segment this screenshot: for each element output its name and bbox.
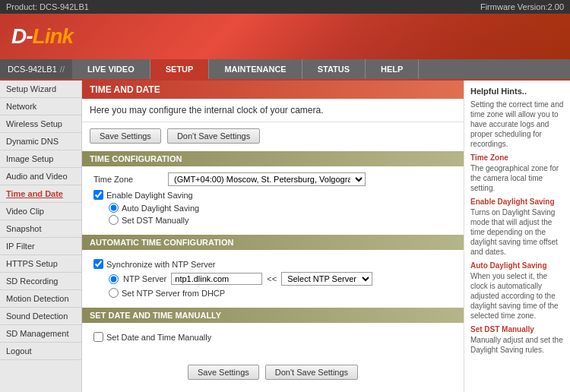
sync-ntp-checkbox[interactable]: [93, 259, 103, 269]
sidebar-item-time-date[interactable]: Time and Date: [0, 185, 81, 203]
auto-daylight-label: Auto Daylight Saving: [122, 204, 199, 213]
top-button-row: Save Settings Don't Save Settings: [82, 122, 464, 150]
ntp-server-radio[interactable]: [109, 274, 119, 284]
page-description: Here you may configure the internal cloc…: [82, 99, 464, 122]
auto-daylight-radio[interactable]: [109, 203, 119, 213]
sidebar-item-wireless-setup[interactable]: Wireless Setup: [0, 115, 81, 133]
sync-ntp-label: Synchronize with NTP Server: [106, 260, 215, 269]
enable-daylight-checkbox[interactable]: [93, 190, 103, 200]
ntp-separator: <<: [267, 274, 277, 283]
ntp-server-input[interactable]: [171, 273, 262, 285]
sidebar-item-sd-management[interactable]: SD Management: [0, 325, 81, 343]
help-auto-daylight-text: When you select it, the clock is automat…: [470, 271, 564, 321]
sidebar-item-dynamic-dns[interactable]: Dynamic DNS: [0, 133, 81, 150]
help-enable-daylight-title: Enable Daylight Saving: [470, 198, 564, 206]
tab-maintenance[interactable]: MAINTENANCE: [209, 59, 302, 79]
save-settings-top-button[interactable]: Save Settings: [90, 128, 161, 144]
page-title: TIME AND DATE: [82, 81, 464, 99]
sidebar-item-snapshot[interactable]: Snapshot: [0, 220, 81, 238]
tab-live-video[interactable]: LIVE VIDEO: [72, 59, 150, 79]
dont-save-settings-bottom-button[interactable]: Don't Save Settings: [265, 365, 358, 380]
tab-setup[interactable]: SETUP: [150, 59, 210, 79]
breadcrumb: DCS-942LB1 //: [0, 59, 72, 79]
sidebar-item-https-setup[interactable]: HTTPS Setup: [0, 255, 81, 273]
set-dst-manually-radio[interactable]: [109, 215, 119, 225]
ntp-server-label: NTP Server: [123, 274, 166, 283]
sidebar-item-motion-detection[interactable]: Motion Detection: [0, 290, 81, 308]
help-set-dst-title: Set DST Manually: [470, 325, 564, 334]
help-panel: Helpful Hints.. Setting the correct time…: [464, 81, 570, 392]
save-settings-bottom-button[interactable]: Save Settings: [188, 365, 259, 380]
sidebar-item-image-setup[interactable]: Image Setup: [0, 150, 81, 168]
logo: D-Link: [11, 24, 73, 49]
help-timezone-title: Time Zone: [470, 153, 564, 162]
enable-daylight-label: Enable Daylight Saving: [106, 191, 193, 200]
auto-time-header: AUTOMATIC TIME CONFIGURATION: [82, 235, 464, 250]
ntp-dhcp-radio[interactable]: [109, 288, 119, 298]
manual-time-header: SET DATE AND TIME MANUALLY: [82, 308, 464, 323]
help-auto-daylight-title: Auto Daylight Saving: [470, 261, 564, 270]
firmware-label: Firmware Version:2.00: [480, 2, 564, 11]
help-set-dst-text: Manually adjust and set the Daylight Sav…: [470, 335, 564, 355]
select-ntp-server-dropdown[interactable]: Select NTP Server: [281, 272, 372, 286]
sidebar-item-network[interactable]: Network: [0, 98, 81, 115]
set-manual-checkbox[interactable]: [93, 332, 103, 342]
sidebar-item-ip-filter[interactable]: IP Filter: [0, 238, 81, 255]
tab-status[interactable]: STATUS: [302, 59, 366, 79]
product-label: Product: DCS-942LB1: [6, 2, 89, 11]
set-manual-label: Set Date and Time Manually: [106, 333, 211, 342]
help-timezone-text: The geographical zone for the camera loc…: [470, 163, 564, 193]
ntp-dhcp-label: Set NTP Server from DHCP: [122, 289, 225, 298]
sidebar-item-sound-detection[interactable]: Sound Detection: [0, 308, 81, 325]
sidebar-item-audio-video[interactable]: Audio and Video: [0, 168, 81, 185]
sidebar: Setup Wizard Network Wireless Setup Dyna…: [0, 81, 82, 392]
sidebar-item-sd-recording[interactable]: SD Recording: [0, 273, 81, 290]
sidebar-item-setup-wizard[interactable]: Setup Wizard: [0, 81, 81, 98]
help-enable-daylight-text: Turns on Daylight Saving mode that will …: [470, 207, 564, 257]
timezone-label: Time Zone: [93, 175, 162, 184]
set-dst-manually-label: Set DST Manually: [122, 216, 188, 225]
content-area: TIME AND DATE Here you may configure the…: [82, 81, 464, 392]
timezone-select[interactable]: (GMT+04:00) Moscow, St. Petersburg, Volg…: [168, 172, 366, 186]
tab-help[interactable]: HELP: [366, 59, 419, 79]
help-intro-text: Setting the correct time and time zone w…: [470, 100, 564, 149]
sidebar-item-video-clip[interactable]: Video Clip: [0, 203, 81, 220]
dont-save-settings-top-button[interactable]: Don't Save Settings: [167, 128, 260, 144]
help-title: Helpful Hints..: [470, 87, 564, 96]
bottom-button-row: Save Settings Don't Save Settings: [82, 359, 464, 386]
sidebar-item-logout[interactable]: Logout: [0, 343, 81, 360]
time-config-header: TIME CONFIGURATION: [82, 151, 464, 166]
